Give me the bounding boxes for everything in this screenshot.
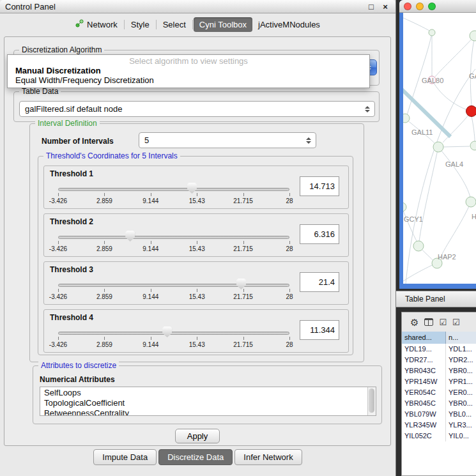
- table-cell[interactable]: YPR145W: [402, 376, 446, 387]
- table-cell[interactable]: YBL0...: [446, 409, 476, 420]
- table-cell[interactable]: YIL0...: [446, 431, 476, 441]
- slider-track[interactable]: [58, 236, 289, 239]
- node-label: GAL11: [411, 128, 433, 136]
- tick-mark: [104, 193, 105, 196]
- tab-jactivemodules[interactable]: jActiveMNodules: [252, 17, 326, 32]
- table-cell[interactable]: YLR3...: [446, 420, 476, 431]
- table-cell[interactable]: YBL079W: [402, 409, 446, 420]
- slider-track[interactable]: [58, 284, 289, 287]
- table-cell[interactable]: YDL1...: [446, 344, 476, 355]
- zoom-traffic-light-icon[interactable]: [428, 3, 436, 10]
- list-scrollbar[interactable]: [367, 387, 376, 415]
- table-cell[interactable]: YBR0...: [446, 398, 476, 409]
- network-node[interactable]: [470, 31, 476, 41]
- slider-thumb[interactable]: [187, 183, 197, 194]
- tab-cyni-toolbox[interactable]: Cyni Toolbox: [194, 17, 252, 32]
- tab-style[interactable]: Style: [125, 17, 155, 32]
- slider-thumb[interactable]: [125, 231, 135, 242]
- table-row[interactable]: YDR27...YDR2...: [402, 355, 476, 365]
- slider-track[interactable]: [58, 188, 289, 191]
- table-data-group: Table Data galFiltered.sif default node: [13, 91, 380, 122]
- selected-network-node[interactable]: [466, 106, 476, 117]
- tick-label: -3.426: [49, 197, 67, 204]
- tick-label: 21.715: [233, 197, 253, 204]
- table-row[interactable]: YPR145WYPR1...: [402, 376, 476, 387]
- close-window-icon[interactable]: ×: [380, 2, 390, 12]
- network-node[interactable]: [403, 203, 406, 211]
- dropdown-option-manual-discretization[interactable]: Manual Discretization: [8, 66, 369, 75]
- network-window-titlebar[interactable]: [399, 0, 476, 13]
- tick-label: 2.859: [96, 341, 112, 348]
- table-cell[interactable]: YDR2...: [446, 355, 476, 365]
- network-node[interactable]: [433, 142, 443, 152]
- table-cell[interactable]: YLR345W: [402, 420, 446, 431]
- tab-impute-data[interactable]: Impute Data: [93, 449, 157, 465]
- tab-network[interactable]: Network: [70, 17, 123, 32]
- table-row[interactable]: YBR043CYBR0...: [402, 365, 476, 376]
- table-row[interactable]: YBL079WYBL0...: [402, 409, 476, 420]
- apply-button[interactable]: Apply: [175, 429, 220, 443]
- slider-thumb[interactable]: [162, 326, 172, 337]
- network-graph[interactable]: GAL80 GA GAL11 GAL4 GCY1 HAP2 H: [403, 13, 476, 284]
- group-title: Attributes to discretize: [38, 361, 119, 370]
- threshold-value-field[interactable]: 21.4: [300, 272, 339, 292]
- tick-label: 15.43: [189, 245, 205, 252]
- table-row[interactable]: YER054CYER0...: [402, 387, 476, 398]
- dropdown-option-equal-width[interactable]: Equal Width/Frequency Discretization: [8, 75, 369, 85]
- close-traffic-light-icon[interactable]: [404, 3, 411, 10]
- table-cell[interactable]: YBR0...: [446, 365, 476, 376]
- tab-infer-network[interactable]: Infer Network: [234, 449, 302, 465]
- slider-track[interactable]: [58, 332, 289, 335]
- network-node[interactable]: [413, 241, 424, 251]
- table-row[interactable]: YDL19...YDL1...: [402, 344, 476, 355]
- network-node[interactable]: [429, 29, 435, 36]
- float-window-icon[interactable]: □: [366, 2, 376, 12]
- attribute-item[interactable]: SelfLoops: [40, 388, 367, 398]
- network-node[interactable]: [470, 141, 476, 150]
- deselect-all-icon[interactable]: ☑: [452, 318, 460, 326]
- threshold-value-field[interactable]: 6.316: [300, 224, 339, 244]
- table-row[interactable]: YBR045CYBR0...: [402, 398, 476, 409]
- scrollbar-thumb[interactable]: [369, 388, 374, 413]
- column-header-name[interactable]: n...: [446, 332, 476, 344]
- network-view-window[interactable]: GAL80 GA GAL11 GAL4 GCY1 HAP2 H: [399, 0, 476, 289]
- table-cell[interactable]: YBR043C: [402, 365, 446, 376]
- threshold-slider[interactable]: -3.4262.8599.14415.4321.71528: [58, 183, 289, 206]
- table-panel-titlebar[interactable]: Table Panel: [396, 291, 476, 307]
- node-label: GAL80: [422, 77, 443, 84]
- table-panel-title: Table Panel: [405, 295, 445, 303]
- table-cell[interactable]: YDR27...: [402, 355, 446, 365]
- threshold-value-field[interactable]: 14.713: [300, 176, 339, 196]
- table-cell[interactable]: YDL19...: [402, 344, 446, 355]
- table-cell[interactable]: YBR045C: [402, 398, 446, 409]
- network-node[interactable]: [403, 114, 410, 123]
- minimize-traffic-light-icon[interactable]: [416, 3, 424, 10]
- table-cell[interactable]: YIL052C: [402, 431, 446, 441]
- threshold-slider[interactable]: -3.4262.8599.14415.4321.71528: [58, 231, 289, 254]
- table-row[interactable]: YLR345WYLR3...: [402, 420, 476, 431]
- network-canvas[interactable]: GAL80 GA GAL11 GAL4 GCY1 HAP2 H: [403, 13, 476, 284]
- threshold-value-field[interactable]: 11.344: [300, 320, 339, 340]
- table-cell[interactable]: YER054C: [402, 387, 446, 398]
- network-node[interactable]: [466, 197, 476, 207]
- control-panel-titlebar[interactable]: Control Panel □ ×: [0, 0, 395, 13]
- threshold-slider[interactable]: -3.4262.8599.14415.4321.71528: [58, 279, 289, 302]
- tab-discretize-data[interactable]: Discretize Data: [158, 449, 233, 465]
- table-cell[interactable]: YER0...: [446, 387, 476, 398]
- table-cell[interactable]: YPR1...: [446, 376, 476, 387]
- tick-label: 28: [286, 293, 293, 300]
- table-data-select[interactable]: galFiltered.sif default node: [19, 101, 375, 117]
- slider-thumb[interactable]: [236, 279, 246, 289]
- network-nodes: [403, 29, 476, 268]
- attribute-item[interactable]: TopologicalCoefficient: [40, 398, 367, 408]
- column-visibility-icon[interactable]: [424, 318, 433, 326]
- number-of-intervals-select[interactable]: 5: [139, 132, 316, 148]
- column-header-shared-name[interactable]: shared...: [402, 332, 446, 344]
- threshold-slider[interactable]: -3.4262.8599.14415.4321.71528: [58, 326, 289, 349]
- tab-select[interactable]: Select: [157, 17, 192, 32]
- numerical-attributes-list[interactable]: SelfLoopsTopologicalCoefficientBetweenne…: [40, 387, 376, 416]
- select-all-icon[interactable]: ☑: [439, 318, 447, 326]
- attribute-item[interactable]: BetweennessCentrality: [40, 408, 367, 416]
- table-row[interactable]: YIL052CYIL0...: [402, 431, 476, 441]
- settings-gear-icon[interactable]: ⚙: [410, 318, 418, 327]
